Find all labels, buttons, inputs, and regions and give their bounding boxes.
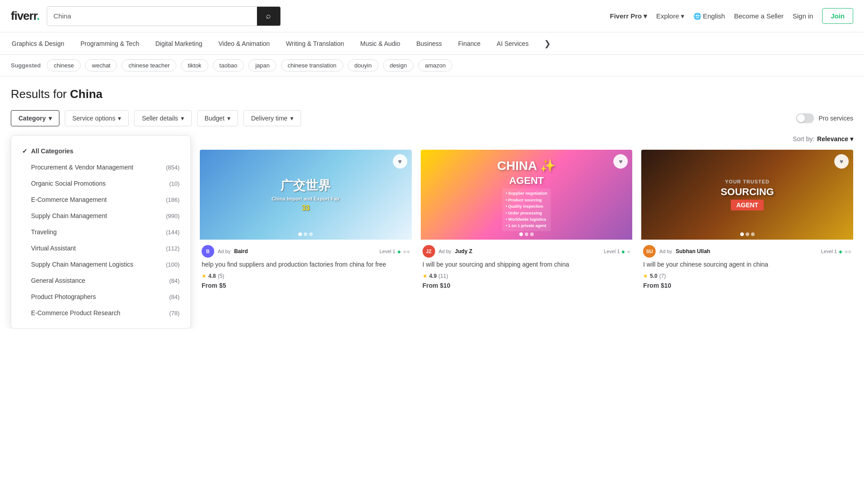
delivery-time-label: Delivery time	[251, 115, 288, 122]
search-input[interactable]	[47, 7, 257, 26]
listing-card-1[interactable]: 广交世界 China Import and Export Fair 33 ♥	[200, 150, 412, 294]
card-image-bg-2: CHINA ✨ AGENT • Supplier negotiation• Pr…	[421, 150, 633, 240]
tag-douyin[interactable]: douyin	[348, 59, 378, 71]
card-body-3: SU Ad by Subhan Ullah Level 1 ◆ ◆◆ I wil…	[641, 240, 853, 294]
card-price-2: From $10	[423, 282, 631, 289]
dropdown-item-count: (186)	[166, 196, 180, 203]
dropdown-item-all-categories[interactable]: ✓ All Categories	[11, 143, 190, 159]
dropdown-item-virtual-assistant[interactable]: ✓ Virtual Assistant (112)	[11, 240, 190, 256]
favorite-button-1[interactable]: ♥	[393, 154, 407, 169]
budget-filter-button[interactable]: Budget ▾	[197, 110, 238, 126]
review-count-2: (11)	[438, 273, 448, 279]
dropdown-item-procurement[interactable]: ✓ Procurement & Vendor Management (854)	[11, 159, 190, 175]
cat-nav-programming[interactable]: Programming & Tech	[80, 40, 140, 47]
cat-nav-more-icon[interactable]: ❯	[544, 39, 551, 49]
cat-nav-video[interactable]: Video & Animation	[217, 40, 270, 47]
join-button[interactable]: Join	[822, 8, 853, 24]
dropdown-item-ecommerce-research[interactable]: ✓ E-Commerce Product Research (78)	[11, 305, 190, 321]
dropdown-item-organic-social[interactable]: ✓ Organic Social Promotions (10)	[11, 175, 190, 192]
category-filter-button[interactable]: Category ▾	[11, 110, 59, 126]
chevron-down-icon: ▾	[681, 12, 684, 20]
service-options-filter-button[interactable]: Service options ▾	[65, 110, 129, 126]
seller-badge-3: Level 1 ◆ ◆◆	[821, 249, 851, 254]
ad-label-1: Ad by	[218, 249, 230, 254]
listing-card-3[interactable]: YOUR TRUSTED SOURCING AGENT ♥	[641, 150, 853, 294]
header: fiverr. ⌕ Fiverr Pro ▾ Explore ▾ 🌐 Engli…	[0, 0, 864, 32]
tag-chinese-translation[interactable]: chinese translation	[281, 59, 343, 71]
pro-services-label: Pro services	[819, 115, 853, 122]
suggested-label: Suggested	[11, 62, 40, 69]
cat-nav-writing[interactable]: Writing & Translation	[285, 40, 345, 47]
cat-nav-business[interactable]: Business	[415, 40, 443, 47]
tag-chinese-teacher[interactable]: chinese teacher	[122, 59, 176, 71]
dropdown-item-general-assistance[interactable]: ✓ General Assistance (84)	[11, 272, 190, 289]
tag-design[interactable]: design	[383, 59, 414, 71]
dropdown-item-count: (78)	[169, 310, 180, 317]
tag-wechat[interactable]: wechat	[85, 59, 117, 71]
card-rating-1: ★ 4.8 (5)	[202, 273, 410, 279]
sign-in-link[interactable]: Sign in	[792, 12, 813, 20]
card-dots-3	[740, 232, 755, 236]
dot	[751, 232, 755, 236]
delivery-time-filter-button[interactable]: Delivery time ▾	[243, 110, 301, 126]
tag-taobao[interactable]: taobao	[213, 59, 244, 71]
listing-card-2[interactable]: CHINA ✨ AGENT • Supplier negotiation• Pr…	[421, 150, 633, 294]
main-content: Results for China Category ▾ Service opt…	[0, 76, 864, 329]
diamond-icon-2: ◆	[621, 249, 625, 254]
tag-japan[interactable]: japan	[248, 59, 276, 71]
card-dots-1	[298, 232, 313, 236]
card-seller-3: SU Ad by Subhan Ullah Level 1 ◆ ◆◆	[643, 245, 851, 258]
diamond-icon-3: ◆	[839, 249, 842, 254]
chevron-down-icon: ▾	[850, 135, 853, 143]
seller-avatar-1: B	[202, 245, 214, 258]
sort-value[interactable]: Relevance ▾	[817, 135, 853, 143]
cat-nav-ai[interactable]: AI Services	[496, 40, 530, 47]
top-nav: Fiverr Pro ▾ Explore ▾ 🌐 English Become …	[610, 8, 853, 24]
price-value-1: From $5	[202, 282, 226, 289]
dropdown-item-traveling[interactable]: ✓ Traveling (144)	[11, 224, 190, 240]
favorite-button-3[interactable]: ♥	[834, 154, 849, 169]
tag-amazon[interactable]: amazon	[418, 59, 452, 71]
results-heading: Results for China	[11, 87, 853, 101]
chevron-down-icon: ▾	[118, 115, 121, 122]
card-dots-2	[519, 232, 534, 236]
cat-nav-finance[interactable]: Finance	[457, 40, 482, 47]
sort-bar: Sort by: Relevance ▾	[200, 135, 853, 143]
tag-chinese[interactable]: chinese	[47, 59, 81, 71]
star-empty-3: ◆◆	[844, 249, 851, 254]
dropdown-item-product-photographers[interactable]: ✓ Product Photographers (84)	[11, 289, 190, 305]
logo-text: fiverr	[11, 9, 37, 22]
dropdown-item-label: E-Commerce Product Research	[31, 309, 169, 317]
dot	[740, 232, 744, 236]
dropdown-item-count: (112)	[166, 245, 180, 252]
chevron-down-icon: ▾	[49, 115, 52, 122]
search-button[interactable]: ⌕	[257, 7, 280, 26]
sort-label: Sort by:	[793, 135, 814, 143]
dropdown-item-label: General Assistance	[31, 277, 169, 284]
dropdown-item-supply-chain[interactable]: ✓ Supply Chain Management (990)	[11, 208, 190, 224]
fiverr-pro-link[interactable]: Fiverr Pro ▾	[610, 12, 647, 20]
seller-name-1: Baird	[234, 248, 248, 254]
seller-details-filter-button[interactable]: Seller details ▾	[134, 110, 191, 126]
card-title-3: I will be your chinese sourcing agent in…	[643, 260, 851, 269]
pro-services-toggle-track[interactable]	[796, 113, 814, 123]
dropdown-item-supply-chain-logistics[interactable]: ✓ Supply Chain Management Logistics (100…	[11, 256, 190, 272]
cards-grid: 广交世界 China Import and Export Fair 33 ♥	[200, 150, 853, 294]
dropdown-item-label: Traveling	[31, 228, 166, 236]
dropdown-item-ecommerce-mgmt[interactable]: ✓ E-Commerce Management (186)	[11, 192, 190, 208]
logo[interactable]: fiverr.	[11, 9, 40, 23]
dropdown-item-label: Organic Social Promotions	[31, 180, 169, 187]
dropdown-item-label: Procurement & Vendor Management	[31, 164, 166, 171]
seller-badge-2: Level 1 ◆ ◆	[604, 249, 630, 254]
star-icon-1: ★	[202, 273, 207, 279]
dot	[298, 232, 302, 236]
cat-nav-digital-marketing[interactable]: Digital Marketing	[154, 40, 203, 47]
cat-nav-graphics[interactable]: Graphics & Design	[11, 40, 65, 47]
tag-tiktok[interactable]: tiktok	[181, 59, 208, 71]
cat-nav-music[interactable]: Music & Audio	[360, 40, 401, 47]
become-seller-link[interactable]: Become a Seller	[734, 12, 783, 20]
review-count-1: (5)	[218, 273, 225, 279]
language-link[interactable]: 🌐 English	[693, 12, 725, 20]
explore-link[interactable]: Explore ▾	[656, 12, 684, 20]
search-bar: ⌕	[47, 6, 281, 26]
